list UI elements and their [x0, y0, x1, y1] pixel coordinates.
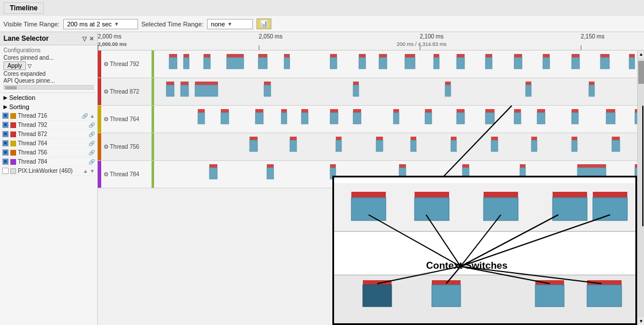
svg-rect-31 [572, 57, 580, 69]
pix-up-icon[interactable]: ▲ [83, 168, 88, 174]
right-scrollbar[interactable]: ▲ ▼ [637, 51, 644, 325]
thread-872-checkbox[interactable]: ✕ [2, 131, 9, 137]
svg-rect-112 [451, 137, 457, 140]
svg-rect-53 [526, 85, 531, 96]
thread-784-color [10, 159, 16, 165]
thread-716-checkbox[interactable]: ✕ [2, 113, 9, 119]
thread-792-link-icon[interactable]: 🔗 [89, 122, 95, 128]
svg-rect-75 [330, 113, 338, 124]
svg-rect-154 [553, 192, 587, 198]
svg-rect-156 [593, 192, 627, 198]
config-scrollbar[interactable] [3, 85, 94, 90]
thread-792-checkbox[interactable]: ✕ [2, 122, 9, 128]
tick-2150 [581, 45, 581, 50]
svg-rect-65 [198, 113, 205, 124]
svg-rect-91 [572, 113, 578, 124]
visible-range-label: Visible Time Range: [3, 21, 60, 28]
apply-button[interactable]: Apply [3, 61, 26, 70]
svg-rect-15 [359, 57, 366, 69]
selected-range-select[interactable]: none ▼ [207, 19, 253, 29]
svg-rect-24 [485, 54, 492, 57]
panel-chevron[interactable]: ▽ [82, 36, 87, 42]
svg-rect-55 [589, 85, 595, 96]
selected-range-label: Selected Time Range: [141, 21, 204, 28]
svg-rect-1 [169, 57, 177, 69]
svg-rect-151 [415, 198, 449, 220]
settings-button[interactable]: 📊 [256, 18, 271, 29]
svg-rect-85 [485, 113, 494, 124]
lane-green-strip-792 [152, 51, 154, 78]
svg-rect-105 [290, 140, 297, 152]
time-sublabel-2000: 2,000.00 ms [98, 41, 127, 47]
scroll-up-arrow[interactable]: ▲ [638, 51, 644, 58]
list-item: ✕ Thread 764 🔗 [0, 139, 97, 148]
svg-rect-155 [553, 198, 587, 220]
lane-green-strip-784 [152, 161, 154, 188]
scrollbar-thumb [5, 86, 17, 90]
svg-rect-107 [336, 140, 342, 152]
svg-rect-41 [166, 85, 174, 96]
svg-rect-35 [629, 57, 635, 69]
sorting-row[interactable]: ▶ Sorting [0, 102, 97, 111]
scroll-down-arrow[interactable]: ▼ [638, 318, 644, 325]
list-item: ✕ Thread 716 🔗 ▲ [0, 111, 97, 121]
thread-756-color [10, 150, 16, 156]
thread-716-arrow-icon[interactable]: ▲ [90, 113, 95, 119]
svg-rect-163 [535, 285, 564, 307]
timeline-area: 2,000 ms 2,000.00 ms 2,050 ms 2,100 ms 2… [98, 32, 644, 325]
zoom-lane-top [334, 183, 635, 232]
pix-down-icon[interactable]: ▼ [90, 168, 95, 174]
lane-thread-872: ⚙ Thread 872 [98, 78, 637, 106]
svg-rect-153 [484, 198, 518, 220]
lane-label-872: ⚙ Thread 872 [101, 78, 152, 105]
svg-rect-108 [376, 137, 383, 140]
thread-784-link-icon[interactable]: 🔗 [89, 159, 95, 165]
svg-rect-21 [434, 57, 439, 69]
svg-rect-8 [258, 54, 267, 57]
tick-2100 [420, 45, 420, 50]
lane-selector-panel: Lane Selector ▽ ✕ Configurations Cores p… [0, 32, 98, 325]
list-item: ✕ Thread 872 🔗 [0, 130, 97, 139]
panel-header-icons: ▽ ✕ [82, 36, 94, 42]
scroll-thumb[interactable] [638, 61, 644, 84]
svg-rect-138 [520, 164, 526, 168]
zoom-svg-bottom [334, 276, 635, 324]
thread-756-checkbox[interactable]: ✕ [2, 149, 9, 156]
lane-gear-756: ⚙ [103, 144, 109, 150]
svg-rect-23 [457, 57, 465, 69]
settings-icon: 📊 [260, 20, 268, 27]
thread-872-link-icon[interactable]: 🔗 [89, 131, 95, 137]
svg-rect-131 [267, 168, 274, 179]
time-ruler: 2,000 ms 2,000.00 ms 2,050 ms 2,100 ms 2… [98, 32, 644, 51]
config-row-2: Cores expanded [3, 71, 94, 77]
svg-rect-50 [445, 82, 451, 85]
lane-name-764: Thread 764 [110, 116, 139, 122]
visible-range-chevron: ▼ [114, 21, 119, 27]
thread-764-checkbox[interactable]: ✕ [2, 140, 9, 146]
svg-rect-9 [258, 57, 267, 69]
thread-784-checkbox[interactable]: ✕ [2, 158, 9, 165]
lane-bars-764 [152, 106, 637, 133]
svg-rect-64 [198, 109, 205, 113]
svg-rect-70 [281, 109, 287, 113]
pix-checkbox[interactable] [2, 168, 9, 174]
panel-title: Lane Selector [3, 34, 49, 42]
svg-rect-113 [451, 140, 457, 152]
zoom-box: Context Switches [332, 176, 637, 325]
svg-rect-30 [572, 54, 580, 57]
apply-chevron: ▽ [28, 63, 32, 69]
visible-range-value: 200 ms at 2 sec [67, 21, 112, 28]
thread-756-link-icon[interactable]: 🔗 [89, 150, 95, 156]
panel-close[interactable]: ✕ [89, 36, 94, 42]
svg-rect-136 [462, 164, 469, 168]
svg-rect-88 [537, 109, 545, 113]
svg-rect-6 [227, 54, 244, 57]
lane-thread-756: ⚙ Thread 756 [98, 133, 637, 161]
visible-range-select[interactable]: 200 ms at 2 sec ▼ [63, 19, 138, 29]
lane-svg-764 [152, 106, 637, 133]
svg-rect-152 [484, 192, 518, 198]
thread-716-link-icon[interactable]: 🔗 [82, 113, 88, 119]
thread-764-link-icon[interactable]: 🔗 [89, 141, 95, 146]
selection-row[interactable]: ▶ Selection [0, 93, 97, 102]
selected-range-chevron: ▼ [227, 21, 232, 27]
